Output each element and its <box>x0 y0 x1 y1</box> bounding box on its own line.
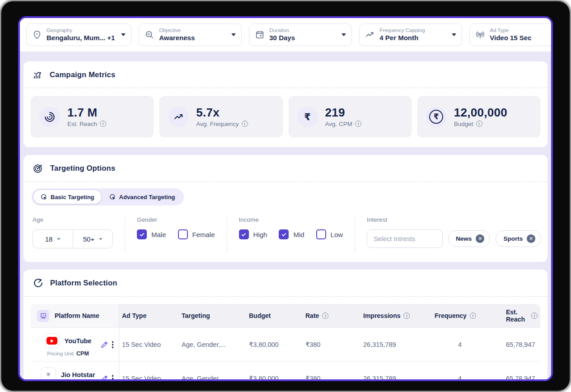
filter-objective[interactable]: Objective Awareness <box>139 23 242 46</box>
filter-bar: Geography Bengaluru, Mum... +1 Objective… <box>20 18 551 51</box>
rupee-circle-icon: ₹ <box>426 107 447 127</box>
checkbox-male[interactable]: Male <box>137 229 166 239</box>
kebab-menu-icon[interactable] <box>110 340 116 349</box>
targeting-section: Targeting Options Basic Targeting Advanc… <box>23 155 548 262</box>
platform-table: Platform Name Ad Type Targeting Budget R… <box>23 297 548 381</box>
rupee-icon: ₹ <box>297 107 318 127</box>
info-icon[interactable]: i <box>470 313 476 319</box>
filter-geography[interactable]: Geography Bengaluru, Mum... +1 <box>26 23 131 46</box>
section-title: Targeting Options <box>50 164 115 173</box>
chart-icon <box>33 69 43 80</box>
remove-chip-icon[interactable]: ✕ <box>476 234 484 243</box>
youtube-logo <box>45 333 60 348</box>
column-frequency: Frequencyi <box>432 304 503 327</box>
info-icon[interactable]: i <box>100 121 106 127</box>
interest-chip-sports: Sports ✕ <box>496 230 541 247</box>
metric-card-budget: ₹ 12,00,000 Budgeti <box>417 96 540 137</box>
filter-value: Video 15 Sec <box>490 34 553 42</box>
income-group: Income High Mid <box>227 215 355 251</box>
age-group: Age 18 50+ <box>31 215 125 251</box>
cell-budget: ₹3,80,000 <box>246 362 303 381</box>
reach-target-icon <box>39 107 60 127</box>
income-label: Income <box>239 216 343 223</box>
age-to-select[interactable]: 50+ <box>73 229 113 248</box>
interest-input[interactable] <box>367 229 443 248</box>
filter-label: Geography <box>47 27 115 33</box>
checkbox-female[interactable]: Female <box>178 229 215 239</box>
age-from-select[interactable]: 18 <box>33 229 73 248</box>
metric-card-est-reach: 1.7 M Est. Reachi <box>31 96 154 137</box>
metric-value: 12,00,000 <box>454 106 507 119</box>
filter-ad-type[interactable]: Ad Type Video 15 Sec <box>469 23 553 46</box>
checkbox-low[interactable]: Low <box>316 229 343 239</box>
tab-label: Advanced Targeting <box>119 194 175 201</box>
interest-chip-news: News ✕ <box>448 230 490 247</box>
table-row-jio-hotstar: ✴ Jio Hotstar Pricing Unit CPM 15 Sec Vi… <box>31 361 540 381</box>
tab-basic-targeting[interactable]: Basic Targeting <box>33 190 101 204</box>
cell-est-reach: 65,78,947 <box>503 328 540 361</box>
filter-duration[interactable]: Duration 30 Days <box>249 23 352 46</box>
trend-up-icon <box>365 30 375 40</box>
table-row-youtube: YouTube Pricing Unit CPM 15 Sec Video Ag… <box>31 327 540 361</box>
info-icon[interactable]: i <box>242 121 248 127</box>
campaign-metrics-section: Campaign Metrics 1.7 M Est. Reachi <box>23 61 548 147</box>
rotate-arrow-icon <box>33 277 44 289</box>
column-platform-name: Platform Name <box>31 304 119 327</box>
platform-cell: ✴ Jio Hotstar Pricing Unit CPM <box>31 362 119 381</box>
interest-label: Interest <box>367 216 541 223</box>
chevron-down-icon <box>99 238 103 240</box>
info-icon[interactable]: i <box>531 313 538 319</box>
broadcast-icon <box>475 30 485 40</box>
info-icon[interactable]: i <box>476 121 482 127</box>
filter-label: Objective <box>159 27 225 33</box>
filter-label: Frequency Capping <box>379 27 445 33</box>
metric-value: 1.7 M <box>67 106 106 119</box>
filter-value: 30 Days <box>269 34 335 42</box>
edit-icon[interactable] <box>100 374 108 381</box>
chevron-down-icon <box>342 33 346 36</box>
checkbox-mid[interactable]: Mid <box>279 229 304 239</box>
metric-label: Budget <box>454 121 473 127</box>
video-platform-icon <box>37 310 49 322</box>
edit-icon[interactable] <box>100 341 108 349</box>
chevron-down-icon <box>121 33 126 36</box>
cell-ad-type: 15 Sec Video <box>119 362 179 381</box>
cell-est-reach: 65,78,947 <box>503 362 540 381</box>
info-icon[interactable]: i <box>403 313 410 319</box>
location-pin-icon <box>32 30 42 40</box>
info-icon[interactable]: i <box>322 313 328 319</box>
chevron-down-icon <box>452 33 456 36</box>
cell-targeting: Age, Gender,... <box>179 328 246 361</box>
cell-impressions: 26,315,789 <box>360 362 432 381</box>
cell-impressions: 26,315,789 <box>360 328 432 361</box>
checkbox-unchecked-icon <box>178 229 188 239</box>
metric-label: Avg. CPM <box>325 121 353 127</box>
gender-label: Gender <box>137 216 215 223</box>
checkbox-unchecked-icon <box>316 229 326 239</box>
cell-rate: ₹380 <box>303 362 360 381</box>
chevron-down-icon <box>231 33 236 36</box>
filter-label: Duration <box>269 27 335 33</box>
filter-value: Bengaluru, Mum... +1 <box>47 34 115 42</box>
jio-hotstar-logo: ✴ <box>41 367 56 381</box>
page-content: Campaign Metrics 1.7 M Est. Reachi <box>20 51 551 381</box>
checkbox-high[interactable]: High <box>239 229 267 239</box>
metric-card-avg-cpm: ₹ 219 Avg. CPMi <box>289 96 412 137</box>
filter-frequency-capping[interactable]: Frequency Capping 4 Per Month <box>359 23 462 46</box>
app-window: Geography Bengaluru, Mum... +1 Objective… <box>18 16 553 381</box>
tab-advanced-targeting[interactable]: Advanced Targeting <box>102 190 182 204</box>
column-impressions: Impressionsi <box>360 304 432 327</box>
tab-label: Basic Targeting <box>51 194 94 201</box>
metric-label: Avg. Frequency <box>196 121 239 127</box>
checkbox-checked-icon <box>137 229 147 239</box>
column-est-reach: Est. Reachi <box>503 304 540 327</box>
cell-frequency: 4 <box>432 362 503 381</box>
remove-chip-icon[interactable]: ✕ <box>527 234 535 243</box>
dartboard-icon <box>33 163 44 174</box>
column-rate: Ratei <box>303 304 360 327</box>
kebab-menu-icon[interactable] <box>110 374 116 381</box>
filter-value: 4 Per Month <box>379 34 445 42</box>
filter-value: Awareness <box>159 34 225 42</box>
targeting-tabs: Basic Targeting Advanced Targeting <box>32 188 184 205</box>
info-icon[interactable]: i <box>355 121 361 127</box>
